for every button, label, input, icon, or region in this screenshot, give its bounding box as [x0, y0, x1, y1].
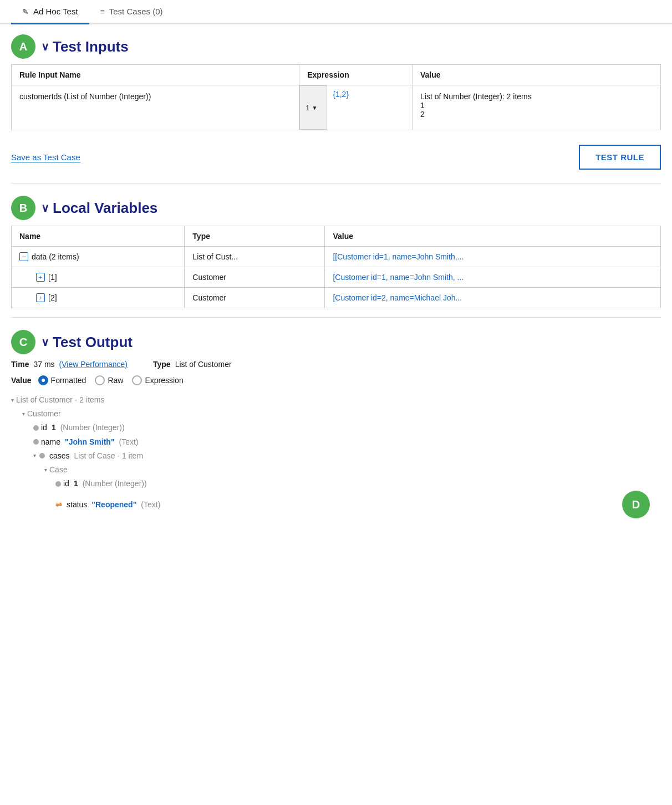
divider-bc: [11, 317, 661, 318]
tree-case-status: ⇌ status "Reopened" (Text): [11, 498, 160, 512]
field-name-value: "John Smith": [65, 435, 115, 449]
tab-testcases-label: Test Cases (0): [109, 7, 163, 16]
field-id-label: id: [41, 421, 47, 435]
radio-raw-circle: [95, 375, 105, 385]
lv-row-1: + [1] Customer [Customer id=1, name=John…: [12, 267, 661, 288]
lv-1-name: [1]: [48, 273, 57, 282]
radio-raw[interactable]: Raw: [95, 375, 123, 385]
radio-formatted-label: Formatted: [51, 376, 86, 385]
expand-icon-1[interactable]: +: [36, 273, 45, 282]
equals-icon: ⇌: [55, 498, 62, 512]
bullet-name: [33, 439, 39, 445]
radio-group: Formatted Raw Expression: [38, 375, 184, 385]
col-rule-input: Rule Input Name: [12, 65, 299, 85]
tab-adhoc-label: Ad Hoc Test: [33, 7, 78, 16]
field-name-label: name: [41, 435, 60, 449]
expand-icon-2[interactable]: +: [36, 293, 45, 302]
tabs-bar: ✎ Ad Hoc Test ≡ Test Cases (0): [0, 0, 672, 24]
tree-case-label: Case: [49, 463, 68, 477]
value-label: Value: [11, 376, 32, 385]
view-performance-link[interactable]: (View Performance): [59, 360, 128, 369]
value-cell: List of Number (Integer): 2 items12: [412, 85, 660, 130]
radio-formatted[interactable]: Formatted: [38, 375, 86, 385]
radio-formatted-circle: [38, 375, 48, 385]
local-variables-table: Name Type Value − data (2 items) List of…: [11, 226, 661, 308]
lv-name-cell-2[interactable]: + [2]: [12, 288, 185, 308]
tree-customer[interactable]: ▾ Customer: [11, 407, 661, 421]
collapse-icon[interactable]: −: [19, 252, 28, 261]
radio-expression-label: Expression: [145, 376, 183, 385]
tree-cases-field[interactable]: ▾ cases List of Case - 1 item: [11, 449, 661, 463]
lv-value-cell-2[interactable]: [Customer id=2, name=Michael Joh...: [325, 288, 661, 308]
tri-down-case: ▾: [44, 465, 47, 475]
section-b-header: B ∨ Local Variables: [0, 186, 672, 226]
badge-b: B: [11, 196, 35, 220]
output-tree: ▾ List of Customer - 2 items ▾ Customer …: [11, 393, 661, 518]
tri-down-cases: ▾: [33, 451, 36, 461]
bullet-id: [33, 425, 39, 431]
lv-name-cell-1[interactable]: + [1]: [12, 267, 185, 288]
col-expression: Expression: [299, 65, 413, 85]
section-b-title[interactable]: ∨ Local Variables: [41, 200, 157, 217]
case-status-label: status: [67, 498, 87, 512]
chevron-c: ∨: [41, 335, 49, 349]
bullet-case-id: [55, 481, 61, 487]
expression-cell[interactable]: 1 ▼ {1,2}: [299, 85, 413, 130]
case-status-type: (Text): [141, 498, 160, 512]
badge-c: C: [11, 330, 35, 354]
type-value: List of Customer: [175, 360, 232, 369]
tree-list-label: List of Customer - 2 items: [16, 393, 105, 407]
badge-d: D: [622, 491, 650, 518]
expr-value[interactable]: {1,2}: [327, 85, 412, 103]
lv-2-name: [2]: [48, 293, 57, 302]
field-id-value: 1: [52, 421, 56, 435]
tree-case[interactable]: ▾ Case: [11, 463, 661, 477]
edit-icon: ✎: [22, 7, 29, 16]
dropdown-arrow[interactable]: ▼: [312, 105, 317, 111]
chevron-a: ∨: [41, 40, 49, 53]
test-inputs-table: Rule Input Name Expression Value custome…: [11, 64, 661, 130]
radio-expression-circle: [132, 375, 142, 385]
tree-status-row: ⇌ status "Reopened" (Text) D: [11, 491, 661, 518]
lv-type-cell-1: Customer: [185, 267, 325, 288]
action-bar: Save as Test Case TEST RULE: [0, 139, 672, 181]
lv-row-2: + [2] Customer [Customer id=2, name=Mich…: [12, 288, 661, 308]
tri-down-icon-2: ▾: [22, 409, 25, 419]
tab-testcases[interactable]: ≡ Test Cases (0): [89, 0, 174, 24]
field-id-type: (Number (Integer)): [60, 421, 125, 435]
radio-raw-label: Raw: [108, 376, 123, 385]
tree-id-field: id 1 (Number (Integer)): [11, 421, 661, 435]
divider-ab: [11, 183, 661, 184]
lv-col-type: Type: [185, 226, 325, 247]
radio-expression[interactable]: Expression: [132, 375, 183, 385]
lv-value-cell-data[interactable]: [[Customer id=1, name=John Smith,...: [325, 247, 661, 267]
list-icon: ≡: [100, 7, 105, 16]
case-id-value: 1: [74, 477, 78, 491]
field-name-type: (Text): [119, 435, 139, 449]
chevron-b: ∨: [41, 201, 49, 215]
field-cases-label: cases: [49, 449, 70, 463]
expr-index[interactable]: 1 ▼: [299, 85, 327, 130]
tree-list-customer[interactable]: ▾ List of Customer - 2 items: [11, 393, 661, 407]
lv-col-value: Value: [325, 226, 661, 247]
output-value-row: Value Formatted Raw Expression: [11, 375, 661, 385]
output-section: Time 37 ms (View Performance) Type List …: [0, 360, 672, 529]
field-cases-type: List of Case - 1 item: [74, 449, 144, 463]
time-label: Time: [11, 360, 29, 369]
tree-name-field: name "John Smith" (Text): [11, 435, 661, 449]
section-a-header: A ∨ Test Inputs: [0, 24, 672, 64]
section-c-title[interactable]: ∨ Test Output: [41, 334, 133, 351]
section-a-title[interactable]: ∨ Test Inputs: [41, 38, 129, 55]
case-status-value: "Reopened": [91, 498, 136, 512]
tree-case-id: id 1 (Number (Integer)): [11, 477, 661, 491]
bullet-cases: [39, 453, 45, 458]
lv-value-cell-1[interactable]: [Customer id=1, name=John Smith, ...: [325, 267, 661, 288]
lv-name-cell-data[interactable]: − data (2 items): [12, 247, 185, 267]
badge-a: A: [11, 34, 35, 59]
save-as-test-case-link[interactable]: Save as Test Case: [11, 152, 80, 162]
lv-row-data: − data (2 items) List of Cust... [[Custo…: [12, 247, 661, 267]
tree-customer-label: Customer: [27, 407, 61, 421]
test-rule-button[interactable]: TEST RULE: [579, 145, 661, 170]
tab-adhoc[interactable]: ✎ Ad Hoc Test: [11, 0, 89, 24]
lv-type-cell-data: List of Cust...: [185, 247, 325, 267]
